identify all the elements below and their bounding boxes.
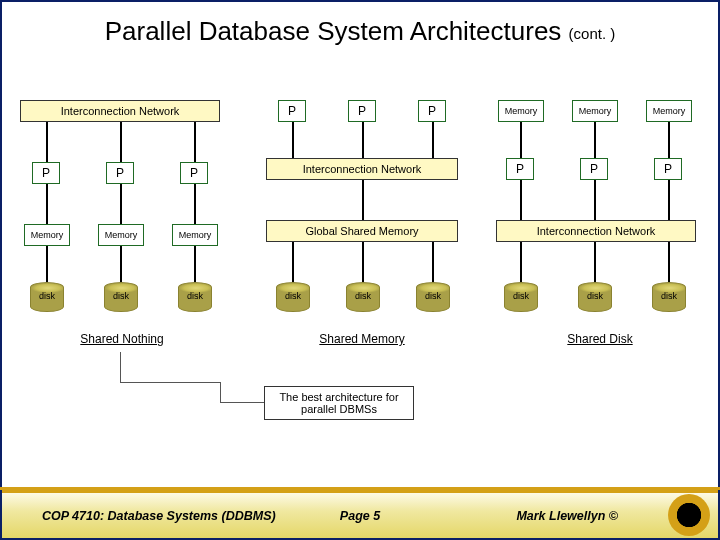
- arch-shared-disk: Memory Memory Memory P P P Interconnecti…: [490, 70, 710, 480]
- ucf-logo-icon: [668, 494, 710, 536]
- processor-box: P: [32, 162, 60, 184]
- disk-icon: disk: [30, 282, 64, 312]
- processor-box: P: [418, 100, 446, 122]
- memory-box: Memory: [98, 224, 144, 246]
- caption-shared-disk: Shared Disk: [490, 332, 710, 346]
- memory-box: Memory: [646, 100, 692, 122]
- connector: [194, 122, 196, 162]
- processor-box: P: [654, 158, 682, 180]
- slide-title: Parallel Database System Architectures (…: [0, 16, 720, 47]
- title-text: Parallel Database System Architectures: [105, 16, 562, 46]
- disk-icon: disk: [104, 282, 138, 312]
- footer-page: Page 5: [340, 509, 380, 523]
- footer-course: COP 4710: Database Systems (DDBMS): [42, 509, 276, 523]
- processor-box: P: [180, 162, 208, 184]
- callout-line: [220, 382, 221, 402]
- memory-box: Memory: [498, 100, 544, 122]
- connector: [668, 242, 670, 282]
- interconnect-bus: Interconnection Network: [496, 220, 696, 242]
- disk-icon: disk: [276, 282, 310, 312]
- memory-box: Memory: [172, 224, 218, 246]
- global-memory-label: Global Shared Memory: [305, 225, 418, 237]
- disk-icon: disk: [504, 282, 538, 312]
- connector: [432, 242, 434, 282]
- connector: [120, 122, 122, 162]
- processor-box: P: [580, 158, 608, 180]
- connector: [362, 242, 364, 282]
- connector: [520, 180, 522, 220]
- connector: [292, 122, 294, 158]
- disk-icon: disk: [578, 282, 612, 312]
- connector: [668, 122, 670, 158]
- memory-box: Memory: [572, 100, 618, 122]
- caption-shared-nothing: Shared Nothing: [12, 332, 232, 346]
- processor-box: P: [278, 100, 306, 122]
- gold-divider: [0, 487, 720, 490]
- connector: [362, 122, 364, 158]
- connector: [194, 184, 196, 224]
- callout-line: [220, 402, 264, 403]
- best-arch-note: The best architecture for parallel DBMSs: [264, 386, 414, 420]
- interconnect-label: Interconnection Network: [537, 225, 656, 237]
- connector: [46, 184, 48, 224]
- connector: [520, 242, 522, 282]
- arch-shared-nothing: Interconnection Network P P P Memory Mem…: [12, 70, 232, 480]
- interconnect-bus: Interconnection Network: [266, 158, 458, 180]
- footer-author: Mark Llewellyn ©: [516, 509, 618, 523]
- connector: [594, 180, 596, 220]
- connector: [432, 122, 434, 158]
- slide-footer: COP 4710: Database Systems (DDBMS) Page …: [2, 490, 718, 538]
- global-memory-bus: Global Shared Memory: [266, 220, 458, 242]
- title-suffix: (cont. ): [569, 25, 616, 42]
- disk-icon: disk: [416, 282, 450, 312]
- connector: [194, 246, 196, 282]
- disk-icon: disk: [178, 282, 212, 312]
- callout-line: [120, 382, 220, 383]
- connector: [520, 122, 522, 158]
- connector: [292, 242, 294, 282]
- caption-shared-memory: Shared Memory: [252, 332, 472, 346]
- processor-box: P: [506, 158, 534, 180]
- processor-box: P: [348, 100, 376, 122]
- connector: [594, 242, 596, 282]
- connector: [120, 246, 122, 282]
- callout-line: [120, 352, 121, 382]
- interconnect-label: Interconnection Network: [303, 163, 422, 175]
- connector: [120, 184, 122, 224]
- processor-box: P: [106, 162, 134, 184]
- connector: [362, 180, 364, 220]
- disk-icon: disk: [652, 282, 686, 312]
- diagram-area: Interconnection Network P P P Memory Mem…: [0, 70, 720, 480]
- connector: [668, 180, 670, 220]
- connector: [46, 246, 48, 282]
- interconnect-bus: Interconnection Network: [20, 100, 220, 122]
- connector: [594, 122, 596, 158]
- interconnect-label: Interconnection Network: [61, 105, 180, 117]
- connector: [46, 122, 48, 162]
- memory-box: Memory: [24, 224, 70, 246]
- disk-icon: disk: [346, 282, 380, 312]
